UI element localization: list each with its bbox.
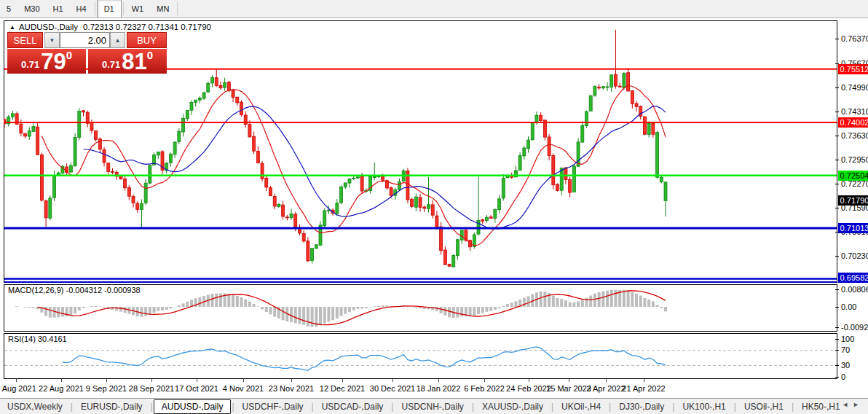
ohlc-values: 0.72313 0.72327 0.71341 0.71790 — [83, 23, 211, 31]
rsi-indicator-value: 30.4161 — [38, 335, 67, 343]
volume-decrease-button[interactable]: ▼ — [44, 32, 60, 48]
price-level-badge: 0.72504 — [838, 171, 868, 181]
timeframe-button-h1[interactable]: H1 — [47, 0, 70, 17]
price-tick — [835, 87, 839, 88]
timeframe-button-5[interactable]: 5 — [0, 0, 17, 17]
price-tick — [835, 184, 839, 184]
tab-usdcad-daily[interactable]: USDCAD-,Daily — [315, 400, 391, 413]
price-tick — [835, 136, 839, 136]
date-tick — [197, 379, 197, 382]
tab-xauusd-daily[interactable]: XAUUSD-,Daily — [475, 400, 551, 413]
macd-scale-label: -0.009286 — [841, 323, 868, 332]
timeframe-button-mn[interactable]: MN — [150, 0, 175, 17]
sell-price-pipette: 0 — [66, 49, 72, 61]
macd-indicator-values: -0.004312 -0.000938 — [66, 286, 140, 294]
tab-hk50-h1[interactable]: HK50-,H1 — [794, 400, 848, 413]
trading-platform-window: 5M30H1H4D1W1MN ▲ AUDUSD-,Daily 0.72313 0… — [0, 0, 868, 414]
buy-price-display[interactable]: 0.71 81 0 — [88, 49, 167, 74]
sell-button[interactable]: SELL — [7, 32, 43, 48]
buy-button[interactable]: BUY — [127, 32, 167, 48]
tab-usoil-h1[interactable]: USOil-,H1 — [737, 400, 791, 413]
tab-audusd-daily[interactable]: AUDUSD-,Daily — [154, 399, 232, 414]
macd-indicator-label: MACD(12,26,9) -0.004312 -0.000938 — [8, 286, 141, 294]
rsi-tick — [835, 350, 839, 351]
toolbar-separator — [177, 2, 178, 15]
date-tick — [644, 379, 644, 382]
tab-separator: | — [734, 402, 736, 412]
tab-uk100-h1[interactable]: UK100-,H1 — [675, 400, 733, 413]
date-tick — [606, 379, 607, 382]
buy-price-pips: 81 — [122, 51, 146, 73]
macd-tick — [835, 289, 839, 290]
price-tick-label: 0.74310 — [841, 107, 868, 117]
rsi-scale-label: 0 — [841, 372, 868, 382]
timeframe-button-w1[interactable]: W1 — [125, 0, 151, 17]
price-level-badge: 0.74002 — [838, 117, 868, 128]
tab-separator: | — [551, 402, 553, 412]
sell-price-base: 0.71 — [21, 59, 39, 70]
sell-price-pips: 79 — [41, 51, 66, 73]
rsi-scale-label: 30 — [841, 361, 868, 370]
date-tick — [243, 379, 244, 382]
timeframe-button-h4[interactable]: H4 — [70, 0, 93, 17]
macd-scale-label: 0.008061 — [841, 285, 868, 294]
tab-separator: | — [792, 402, 794, 412]
tab-scroll-right-icon[interactable]: ► — [853, 401, 864, 408]
tab-separator: | — [71, 402, 73, 412]
date-tick — [106, 379, 107, 382]
tab-scroll-arrows[interactable]: ◄► — [842, 401, 864, 408]
buy-price-pipette: 0 — [147, 49, 153, 61]
date-tick — [151, 379, 152, 382]
tab-ukoil-h4[interactable]: UKOil-,H4 — [554, 400, 608, 413]
macd-scale-label: 0.00 — [841, 302, 868, 312]
date-tick — [291, 379, 292, 382]
price-tick — [835, 256, 839, 257]
buy-price-base: 0.71 — [102, 59, 120, 70]
timeframe-button-m30[interactable]: M30 — [17, 0, 46, 17]
tab-usdchf-daily[interactable]: USDCHF-,Daily — [235, 400, 311, 413]
price-tick — [835, 112, 839, 112]
price-level-badge: 0.71013 — [838, 223, 868, 233]
date-tick — [16, 379, 17, 382]
timeframe-button-d1[interactable]: D1 — [97, 0, 122, 17]
tab-scroll-left-icon[interactable]: ◄ — [842, 401, 853, 408]
tab-dj30-daily[interactable]: DJ30-,Daily — [612, 400, 671, 413]
sell-price-display[interactable]: 0.71 79 0 — [7, 49, 86, 74]
tab-separator: | — [151, 402, 153, 412]
volume-increase-button[interactable]: ▲ — [110, 32, 125, 48]
timeframe-toolbar: 5M30H1H4D1W1MN — [0, 0, 868, 18]
tab-separator: | — [312, 402, 314, 412]
tab-separator: | — [472, 402, 474, 412]
date-tick — [61, 379, 62, 382]
macd-tick — [835, 307, 839, 308]
price-tick — [835, 160, 839, 160]
spin-up-icon: ▲ — [115, 37, 121, 44]
tab-separator: | — [609, 402, 611, 412]
rsi-tick — [835, 377, 839, 378]
price-tick — [835, 39, 839, 39]
volume-input[interactable]: 2.00 — [60, 32, 110, 48]
price-level-badge: 0.75512 — [838, 64, 868, 74]
date-tick — [529, 379, 529, 382]
date-tick — [392, 379, 393, 382]
rsi-indicator-label: RSI(14) 30.4161 — [8, 335, 67, 343]
rsi-tick — [835, 339, 839, 340]
chart-symbol-header: ▲ AUDUSD-,Daily 0.72313 0.72327 0.71341 … — [9, 23, 211, 31]
tab-eurusd-daily[interactable]: EURUSD-,Daily — [74, 400, 150, 413]
one-click-trade-widget: SELL ▼ 2.00 ▲ BUY 0.71 79 0 0.71 81 0 — [7, 32, 167, 74]
tab-usdx-weekly[interactable]: USDX,Weekly — [0, 400, 70, 413]
price-level-badge: 0.71790 — [838, 195, 868, 206]
tab-usdcnh-daily[interactable]: USDCNH-,Daily — [394, 400, 470, 413]
rsi-scale-label: 70 — [841, 345, 868, 355]
rsi-panel-canvas[interactable] — [4, 333, 838, 379]
rsi-scale-label: 100 — [841, 335, 868, 344]
date-tick — [342, 379, 343, 382]
date-tick — [569, 379, 569, 382]
collapse-triangle-icon[interactable]: ▲ — [9, 24, 15, 31]
price-tick — [835, 208, 839, 208]
chart-tab-bar: USDX,Weekly|EURUSD-,Daily|AUDUSD-,Daily|… — [0, 398, 868, 414]
price-tick-label: 0.70230 — [841, 251, 868, 261]
date-label: 21 Apr 2022 — [613, 384, 674, 393]
price-level-badge: 0.69582 — [838, 273, 868, 283]
tab-separator: | — [232, 402, 234, 412]
